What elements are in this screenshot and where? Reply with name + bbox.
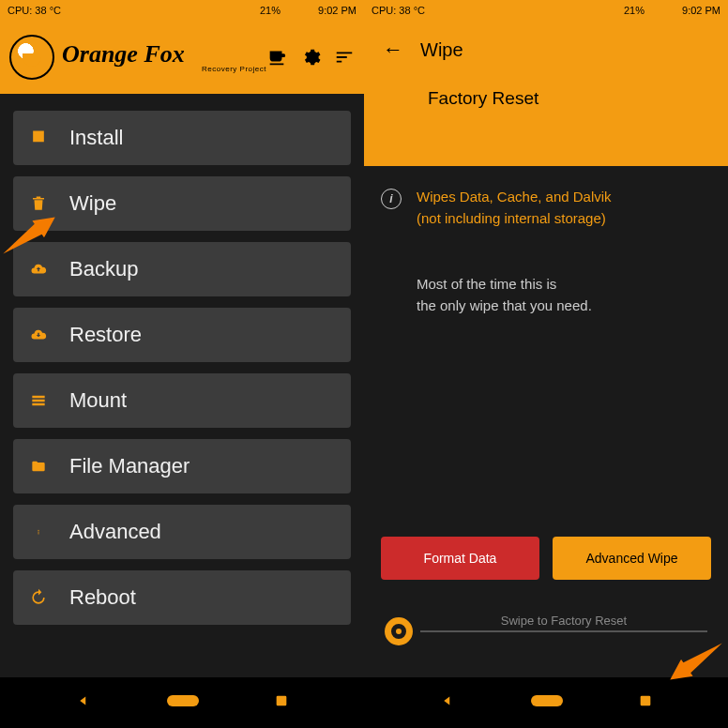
format-data-button[interactable]: Format Data xyxy=(381,537,539,580)
brand: Orange Fox Recovery Project xyxy=(62,42,266,73)
menu-label: Advanced xyxy=(69,520,161,544)
menu-label: Backup xyxy=(69,257,138,281)
menu-item-reboot[interactable]: Reboot xyxy=(13,570,351,625)
svg-rect-4 xyxy=(277,696,287,706)
dots-icon xyxy=(26,523,51,541)
gear-icon[interactable] xyxy=(300,47,321,68)
menu-label: Mount xyxy=(69,388,127,413)
nav-recent-icon[interactable] xyxy=(638,693,653,712)
nav-bar xyxy=(0,677,364,728)
header-actions xyxy=(266,47,355,68)
wipe-header: ← Wipe Factory Reset xyxy=(364,21,728,166)
nav-back-icon[interactable] xyxy=(439,692,456,713)
section-title: Factory Reset xyxy=(428,88,709,109)
menu-item-restore[interactable]: Restore xyxy=(13,308,351,362)
cloud-down-icon xyxy=(26,326,51,343)
description: Most of the time this is the only wipe t… xyxy=(417,274,711,316)
svg-rect-6 xyxy=(641,696,651,706)
info-line2: (not including internal storage) xyxy=(417,208,612,230)
menu-label: Wipe xyxy=(69,191,116,216)
svg-rect-3 xyxy=(167,695,199,706)
advanced-wipe-button[interactable]: Advanced Wipe xyxy=(553,537,711,580)
status-battery: 21% xyxy=(260,5,281,16)
nav-home-icon[interactable] xyxy=(167,694,199,711)
status-bar: CPU: 38 °C 21% 9:02 PM xyxy=(364,0,728,21)
menu-label: File Manager xyxy=(69,454,190,478)
status-time: 9:02 PM xyxy=(682,5,720,16)
install-icon xyxy=(26,129,51,147)
status-cpu: CPU: 38 °C xyxy=(8,5,260,16)
status-bar: CPU: 38 °C 21% 9:02 PM xyxy=(0,0,364,21)
wipe-content: i Wipes Data, Cache, and Dalvik (not inc… xyxy=(364,166,728,677)
screen-wipe: CPU: 38 °C 21% 9:02 PM ← Wipe Factory Re… xyxy=(364,0,728,728)
status-battery: 21% xyxy=(624,5,645,16)
status-time: 9:02 PM xyxy=(318,5,356,16)
info-text: Wipes Data, Cache, and Dalvik (not inclu… xyxy=(417,187,612,229)
menu-item-advanced[interactable]: Advanced xyxy=(13,505,351,559)
folder-icon xyxy=(26,459,51,474)
svg-point-0 xyxy=(38,530,38,531)
svg-point-2 xyxy=(38,533,38,534)
cloud-up-icon xyxy=(26,261,51,278)
nav-recent-icon[interactable] xyxy=(274,693,289,712)
menu-item-backup[interactable]: Backup xyxy=(13,242,351,296)
menu-item-install[interactable]: Install xyxy=(13,111,351,165)
slider-label: Swipe to Factory Reset xyxy=(420,614,707,628)
menu-item-file-manager[interactable]: File Manager xyxy=(13,439,351,493)
main-menu: Install Wipe Backup Restore Mount File M… xyxy=(0,94,364,677)
slider-track: Swipe to Factory Reset xyxy=(420,630,707,632)
app-header: Orange Fox Recovery Project xyxy=(0,21,364,94)
fox-logo-icon xyxy=(9,35,54,80)
menu-item-wipe[interactable]: Wipe xyxy=(13,176,351,231)
svg-point-1 xyxy=(38,531,38,532)
swipe-slider[interactable]: Swipe to Factory Reset xyxy=(381,617,711,645)
desc-line1: Most of the time this is xyxy=(417,274,711,296)
storage-icon xyxy=(26,393,51,408)
screen-title: Wipe xyxy=(420,39,463,61)
menu-label: Install xyxy=(69,126,123,150)
reboot-icon xyxy=(26,588,51,607)
info-row: i Wipes Data, Cache, and Dalvik (not inc… xyxy=(381,187,711,229)
menu-item-mount[interactable]: Mount xyxy=(13,373,351,428)
nav-home-icon[interactable] xyxy=(531,694,563,711)
menu-label: Restore xyxy=(69,323,142,347)
button-row: Format Data Advanced Wipe xyxy=(381,537,711,580)
screen-main: CPU: 38 °C 21% 9:02 PM Orange Fox Recove… xyxy=(0,0,364,728)
brand-title: Orange Fox xyxy=(62,42,266,67)
menu-label: Reboot xyxy=(69,585,136,610)
back-arrow-icon[interactable]: ← xyxy=(383,38,403,62)
status-cpu: CPU: 38 °C xyxy=(372,5,624,16)
nav-back-icon[interactable] xyxy=(75,692,92,713)
sort-icon[interactable] xyxy=(334,47,355,68)
info-line1: Wipes Data, Cache, and Dalvik xyxy=(417,187,612,208)
desc-line2: the only wipe that you need. xyxy=(417,296,711,317)
coffee-icon[interactable] xyxy=(266,47,287,68)
slider-handle-icon[interactable] xyxy=(385,617,413,645)
info-icon: i xyxy=(381,189,402,209)
svg-rect-5 xyxy=(531,695,563,706)
